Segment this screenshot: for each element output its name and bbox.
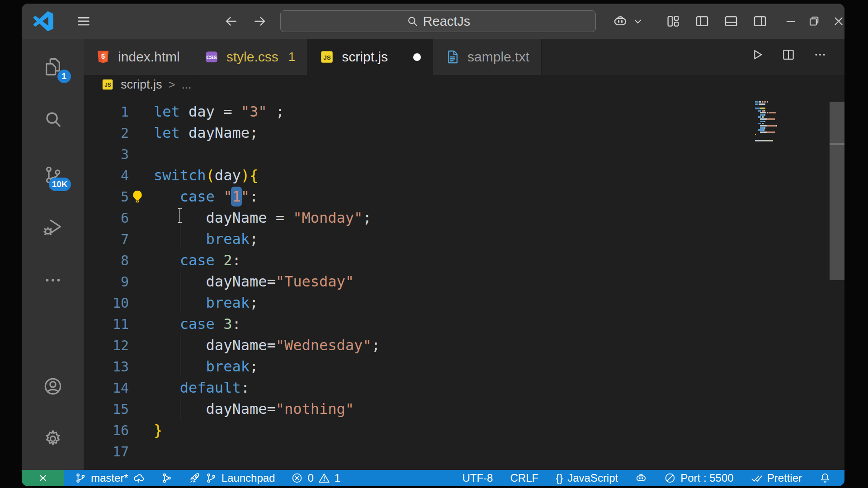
line-number: 2 <box>84 122 129 144</box>
toggle-panel-button[interactable] <box>722 12 741 31</box>
code-text: case 2: <box>154 252 241 269</box>
line-number: 15 <box>84 399 129 420</box>
minimap-line <box>755 127 791 128</box>
status-text: Port : 5500 <box>680 472 733 484</box>
git-branch-icon <box>75 472 86 484</box>
code-text: default: <box>154 379 250 396</box>
titlebar: ReactJs <box>22 4 844 39</box>
tab-label: index.html <box>118 49 180 65</box>
forward-button[interactable] <box>250 12 269 31</box>
indent-guide <box>154 292 154 314</box>
status-git-branch[interactable]: master* <box>75 472 145 484</box>
breadcrumb-more[interactable]: ... <box>182 78 192 92</box>
minimap-line <box>755 134 791 135</box>
code-text: dayName="Tuesday" <box>154 273 354 290</box>
code-line[interactable]: 7 break; <box>84 229 844 250</box>
code-editor[interactable]: 1let day = "3" ;2let dayName;34switch(da… <box>84 94 844 470</box>
sidebar-item-explorer[interactable]: 1 <box>40 54 66 80</box>
code-line[interactable]: 15 dayName="nothing" <box>84 399 844 420</box>
minimap-line <box>755 125 791 127</box>
minimap[interactable] <box>755 101 791 142</box>
html5-icon: 5 <box>95 49 111 65</box>
code-text: let dayName; <box>154 124 258 141</box>
status-live-server-port[interactable]: Port : 5500 <box>664 472 733 484</box>
code-line[interactable]: 6 dayName = "Monday"; <box>84 207 844 229</box>
status-end-of-line[interactable]: CRLF <box>510 472 538 484</box>
back-button[interactable] <box>222 12 241 31</box>
status-bar-right: UTF-8CRLF{}JavaScriptPort : 5500Prettier <box>462 472 844 484</box>
more-actions-button[interactable] <box>813 47 832 66</box>
restore-button[interactable] <box>805 12 824 31</box>
run-file-button[interactable] <box>750 47 769 66</box>
status-source-control-graph[interactable] <box>161 472 173 484</box>
sidebar-item-source-control[interactable]: 10K <box>40 162 66 188</box>
line-number: 5 <box>84 186 129 207</box>
svg-text:CSS: CSS <box>206 55 217 60</box>
close-button[interactable] <box>829 12 844 31</box>
line-number: 13 <box>84 356 129 377</box>
code-line[interactable]: 17 <box>84 441 844 462</box>
minimap-line <box>755 136 791 137</box>
code-line[interactable]: 12 dayName="Wednesday"; <box>84 335 844 356</box>
code-line[interactable]: 5 case "1": <box>84 186 844 207</box>
editor-group: 5index.htmlCSSstyle.css1JSscript.jssampl… <box>84 39 844 470</box>
tab-sample-txt[interactable]: sample.txt <box>433 39 542 75</box>
modified-dot-icon[interactable] <box>413 53 421 61</box>
toggle-secondary-sidebar-button[interactable] <box>750 12 769 31</box>
breadcrumb[interactable]: JS script.js > ... <box>84 75 844 94</box>
code-line[interactable]: 8 case 2: <box>84 250 844 271</box>
sidebar-item-more-views[interactable] <box>40 267 66 293</box>
svg-text:5: 5 <box>101 53 105 60</box>
tab-label: script.js <box>342 49 388 65</box>
status-text: JavaScript <box>567 472 618 484</box>
line-number: 12 <box>84 335 129 356</box>
indent-guide <box>180 335 180 356</box>
sidebar-item-run-and-debug[interactable] <box>40 214 66 239</box>
indent-guide <box>154 335 154 356</box>
code-line[interactable]: 16} <box>84 420 844 441</box>
code-text: let day = "3" ; <box>154 103 284 120</box>
status-copilot-status[interactable] <box>635 472 647 484</box>
indent-guide <box>154 271 154 292</box>
tab-script-js[interactable]: JSscript.js <box>307 39 433 75</box>
command-center-search[interactable]: ReactJs <box>280 10 596 32</box>
code-line[interactable]: 9 dayName="Tuesday" <box>84 271 844 292</box>
code-text: break; <box>154 358 258 375</box>
toggle-primary-sidebar-button[interactable] <box>693 12 712 31</box>
copilot-button[interactable] <box>611 12 630 31</box>
mini-branch-icon <box>205 472 217 484</box>
customize-layout-button[interactable] <box>664 12 683 31</box>
minimize-button[interactable] <box>781 12 800 31</box>
line-number: 16 <box>84 420 129 441</box>
status-notifications[interactable] <box>819 472 831 484</box>
status-launchpad[interactable]: Launchpad <box>189 472 275 484</box>
status-language-mode[interactable]: {}JavaScript <box>556 472 618 484</box>
code-line[interactable]: 13 break; <box>84 356 844 377</box>
tab-index-html[interactable]: 5index.html <box>84 39 192 75</box>
code-line[interactable]: 3 <box>84 144 844 165</box>
menu-button[interactable] <box>74 12 93 31</box>
rocket-icon <box>189 472 201 484</box>
remote-indicator[interactable] <box>22 470 64 486</box>
breadcrumb-file[interactable]: script.js <box>121 78 162 92</box>
copilot-chevron-icon[interactable] <box>631 12 645 31</box>
sidebar-item-search[interactable] <box>40 107 66 132</box>
status-prettier[interactable]: Prettier <box>751 472 802 484</box>
lightbulb-icon[interactable] <box>129 188 146 206</box>
code-line[interactable]: 1let day = "3" ; <box>84 101 844 122</box>
code-line[interactable]: 4switch(day){ <box>84 165 844 186</box>
sidebar-item-accounts[interactable] <box>40 374 66 399</box>
tab-style-css[interactable]: CSSstyle.css1 <box>192 39 308 75</box>
sidebar-item-settings[interactable] <box>40 426 66 451</box>
status-encoding[interactable]: UTF-8 <box>462 472 493 484</box>
code-line[interactable]: 14 default: <box>84 377 844 399</box>
code-line[interactable]: 2let dayName; <box>84 122 844 144</box>
indent-guide <box>180 229 180 250</box>
code-line[interactable]: 11 case 3: <box>84 314 844 335</box>
line-number: 14 <box>84 377 129 399</box>
vscode-logo-icon[interactable] <box>33 11 53 31</box>
video-frame: { "titlebar": { "search_value": "ReactJs… <box>0 0 868 488</box>
code-line[interactable]: 10 break; <box>84 292 844 314</box>
status-problems[interactable]: 01 <box>291 472 340 484</box>
split-editor-button[interactable] <box>781 47 800 66</box>
